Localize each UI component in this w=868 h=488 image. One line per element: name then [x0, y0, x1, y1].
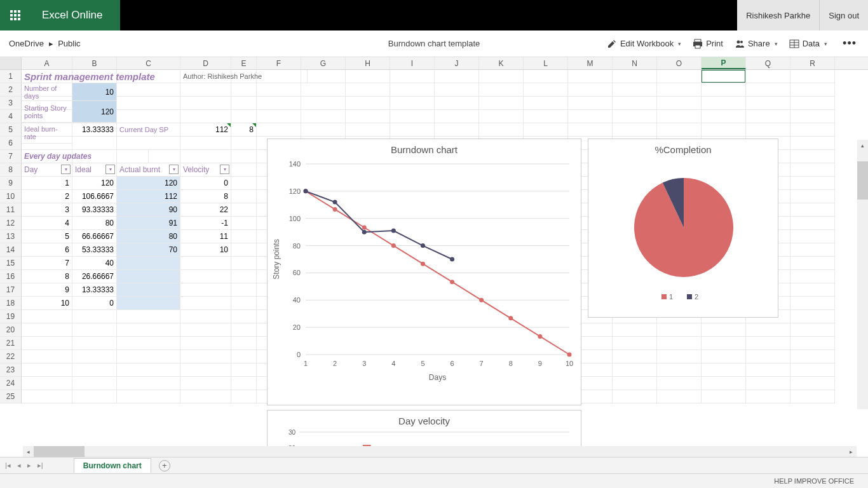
cell[interactable]: [231, 283, 257, 297]
data-button[interactable]: Data▾: [789, 39, 827, 49]
start-sp-value[interactable]: 120: [72, 101, 117, 123]
table-cell-day[interactable]: 10: [22, 297, 72, 310]
row-header[interactable]: 16: [0, 270, 22, 283]
cell[interactable]: [72, 377, 117, 390]
cell[interactable]: [613, 70, 657, 83]
cell[interactable]: [435, 83, 479, 97]
cell[interactable]: [746, 323, 790, 337]
cell[interactable]: [117, 110, 180, 123]
cell[interactable]: [790, 363, 835, 377]
sheet-title[interactable]: Sprint management template: [22, 70, 180, 83]
cell[interactable]: [231, 350, 257, 363]
cell[interactable]: [568, 97, 613, 110]
cell[interactable]: [702, 123, 746, 137]
print-button[interactable]: Print: [693, 39, 723, 49]
cell[interactable]: [117, 390, 180, 403]
row-header[interactable]: 18: [0, 297, 22, 310]
cell[interactable]: [301, 83, 346, 97]
column-header[interactable]: J: [435, 57, 479, 69]
cell[interactable]: [657, 123, 702, 137]
table-cell-day[interactable]: 6: [22, 243, 72, 257]
cell[interactable]: [435, 110, 479, 123]
table-cell-velocity[interactable]: 11: [180, 230, 231, 243]
cell[interactable]: [568, 110, 613, 123]
cell[interactable]: [657, 350, 702, 363]
cell[interactable]: [117, 377, 180, 390]
cell[interactable]: [231, 110, 257, 123]
cell[interactable]: [22, 390, 72, 403]
cell[interactable]: [790, 257, 835, 270]
table-cell-ideal[interactable]: 120: [72, 177, 117, 190]
sheet-nav-prev[interactable]: ◂: [17, 461, 21, 470]
scroll-thumb[interactable]: [34, 446, 85, 457]
row-header[interactable]: 5: [0, 123, 22, 137]
cell[interactable]: [117, 83, 180, 97]
table-cell-day[interactable]: 2: [22, 190, 72, 203]
row-header[interactable]: 24: [0, 377, 22, 390]
cell[interactable]: [790, 190, 835, 203]
edit-workbook-button[interactable]: Edit Workbook▾: [607, 39, 681, 49]
cell[interactable]: [72, 137, 117, 150]
horizontal-scrollbar[interactable]: ◂ ▸: [23, 446, 857, 457]
cell[interactable]: [657, 337, 702, 350]
cell[interactable]: [180, 137, 231, 150]
cell[interactable]: [257, 110, 301, 123]
row-header[interactable]: 19: [0, 310, 22, 323]
cell[interactable]: [790, 177, 835, 190]
current-sp-label[interactable]: Current Day SP: [117, 123, 180, 137]
completion-chart[interactable]: %Completion 12: [588, 139, 778, 318]
cell[interactable]: [346, 83, 390, 97]
cell[interactable]: [22, 310, 72, 323]
column-header[interactable]: L: [524, 57, 568, 69]
column-header[interactable]: A: [22, 57, 72, 69]
cell[interactable]: [231, 363, 257, 377]
filter-button[interactable]: ▾: [105, 165, 115, 174]
table-cell-velocity[interactable]: 10: [180, 243, 231, 257]
cell[interactable]: [117, 363, 180, 377]
cell[interactable]: [746, 390, 790, 403]
cell[interactable]: [657, 70, 702, 83]
select-all-corner[interactable]: [0, 57, 22, 69]
column-header[interactable]: H: [346, 57, 390, 69]
cell[interactable]: [657, 390, 702, 403]
row-header[interactable]: 7: [0, 150, 22, 163]
row-header[interactable]: 11: [0, 203, 22, 217]
cell[interactable]: [231, 297, 257, 310]
more-button[interactable]: •••: [839, 37, 860, 50]
help-improve-link[interactable]: HELP IMPROVE OFFICE: [774, 477, 854, 485]
cell[interactable]: [22, 363, 72, 377]
cell[interactable]: [746, 350, 790, 363]
cell[interactable]: [613, 123, 657, 137]
burn-rate-value[interactable]: 13.33333: [72, 123, 117, 137]
num-days-value[interactable]: 10: [72, 83, 117, 101]
cell[interactable]: [390, 83, 435, 97]
cell[interactable]: [524, 83, 568, 97]
cell[interactable]: [790, 337, 835, 350]
cell[interactable]: [180, 97, 231, 110]
cell[interactable]: [568, 70, 613, 83]
cell[interactable]: [231, 177, 257, 190]
cell[interactable]: [524, 123, 568, 137]
share-button[interactable]: Share▾: [735, 39, 778, 49]
column-header[interactable]: F: [257, 57, 301, 69]
cell[interactable]: [435, 123, 479, 137]
row-header[interactable]: 2: [0, 83, 22, 97]
scroll-up-arrow[interactable]: ▴: [857, 140, 868, 151]
cell[interactable]: [22, 350, 72, 363]
column-header[interactable]: N: [613, 57, 657, 69]
cell[interactable]: [390, 97, 435, 110]
row-header[interactable]: 12: [0, 217, 22, 230]
row-header[interactable]: 22: [0, 350, 22, 363]
scroll-right-arrow[interactable]: ▸: [846, 446, 857, 457]
table-column-header[interactable]: Velocity▾: [180, 163, 231, 177]
cell[interactable]: [231, 377, 257, 390]
cell[interactable]: [231, 243, 257, 257]
table-cell-velocity[interactable]: 0: [180, 177, 231, 190]
table-cell-actual[interactable]: 112: [117, 190, 180, 203]
cell[interactable]: Starting Storypoints: [22, 101, 72, 123]
row-header[interactable]: 6: [0, 137, 22, 150]
vertical-scrollbar[interactable]: ▴: [857, 140, 868, 409]
table-cell-velocity[interactable]: [180, 270, 231, 283]
cell[interactable]: [72, 323, 117, 337]
cell[interactable]: [231, 390, 257, 403]
